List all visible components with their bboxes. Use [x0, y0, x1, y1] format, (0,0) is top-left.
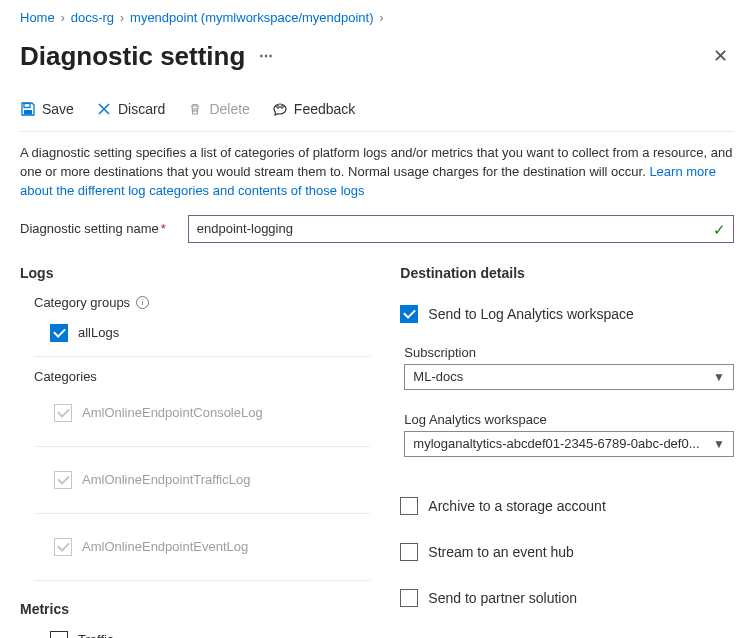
setting-name-label: Diagnostic setting name* [20, 221, 166, 236]
chevron-right-icon: › [380, 11, 384, 25]
page-title-text: Diagnostic setting [20, 41, 245, 72]
workspace-label: Log Analytics workspace [404, 412, 734, 427]
svg-point-3 [281, 106, 284, 109]
category-label: AmlOnlineEndpointEventLog [82, 539, 248, 554]
svg-rect-0 [24, 104, 30, 108]
divider [34, 356, 370, 357]
description-body: A diagnostic setting specifies a list of… [20, 145, 732, 179]
partner-solution-label: Send to partner solution [428, 590, 577, 606]
subscription-dropdown[interactable]: ML-docs ▼ [404, 364, 734, 390]
workspace-dropdown[interactable]: myloganaltytics-abcdef01-2345-6789-0abc-… [404, 431, 734, 457]
category-label: AmlOnlineEndpointTrafficLog [82, 472, 250, 487]
delete-icon [187, 101, 203, 117]
svg-point-2 [277, 106, 280, 109]
alllogs-label: allLogs [78, 325, 119, 340]
valid-check-icon: ✓ [713, 221, 726, 239]
setting-name-input[interactable] [188, 215, 734, 243]
chevron-right-icon: › [120, 11, 124, 25]
metrics-section-title: Metrics [20, 601, 370, 617]
breadcrumb-home[interactable]: Home [20, 10, 55, 25]
category-label: AmlOnlineEndpointConsoleLog [82, 405, 263, 420]
archive-storage-checkbox[interactable] [400, 497, 418, 515]
divider [20, 131, 734, 132]
delete-button: Delete [187, 101, 249, 117]
save-button[interactable]: Save [20, 101, 74, 117]
alllogs-checkbox[interactable] [50, 324, 68, 342]
category-groups-label: Category groups [34, 295, 130, 310]
svg-rect-1 [24, 110, 32, 115]
toolbar: Save Discard Delete Feedback [20, 101, 734, 117]
info-icon[interactable]: i [136, 296, 149, 309]
category-checkbox [54, 471, 72, 489]
description-text: A diagnostic setting specifies a list of… [20, 144, 734, 201]
divider [34, 580, 370, 581]
stream-eventhub-label: Stream to an event hub [428, 544, 574, 560]
chevron-right-icon: › [61, 11, 65, 25]
category-checkbox [54, 538, 72, 556]
required-indicator: * [161, 221, 166, 236]
subscription-value: ML-docs [413, 369, 463, 384]
traffic-label: Traffic [78, 632, 113, 638]
save-label: Save [42, 101, 74, 117]
send-log-analytics-checkbox[interactable] [400, 305, 418, 323]
traffic-checkbox[interactable] [50, 631, 68, 638]
logs-section-title: Logs [20, 265, 370, 281]
category-checkbox [54, 404, 72, 422]
discard-label: Discard [118, 101, 165, 117]
feedback-button[interactable]: Feedback [272, 101, 355, 117]
feedback-label: Feedback [294, 101, 355, 117]
chevron-down-icon: ▼ [713, 370, 725, 384]
divider [34, 513, 370, 514]
more-icon[interactable]: ⋯ [259, 48, 275, 64]
workspace-value: myloganaltytics-abcdef01-2345-6789-0abc-… [413, 436, 699, 451]
save-icon [20, 101, 36, 117]
destination-section-title: Destination details [400, 265, 734, 281]
discard-button[interactable]: Discard [96, 101, 165, 117]
feedback-icon [272, 101, 288, 117]
breadcrumb-endpoint[interactable]: myendpoint (mymlworkspace/myendpoint) [130, 10, 373, 25]
discard-icon [96, 101, 112, 117]
stream-eventhub-checkbox[interactable] [400, 543, 418, 561]
breadcrumb-rg[interactable]: docs-rg [71, 10, 114, 25]
send-log-analytics-label: Send to Log Analytics workspace [428, 306, 633, 322]
delete-label: Delete [209, 101, 249, 117]
archive-storage-label: Archive to a storage account [428, 498, 605, 514]
close-button[interactable]: ✕ [707, 39, 734, 73]
divider [34, 446, 370, 447]
page-title: Diagnostic setting ⋯ [20, 41, 275, 72]
chevron-down-icon: ▼ [713, 437, 725, 451]
categories-label: Categories [34, 369, 370, 384]
partner-solution-checkbox[interactable] [400, 589, 418, 607]
breadcrumb: Home › docs-rg › myendpoint (mymlworkspa… [20, 10, 734, 25]
subscription-label: Subscription [404, 345, 734, 360]
